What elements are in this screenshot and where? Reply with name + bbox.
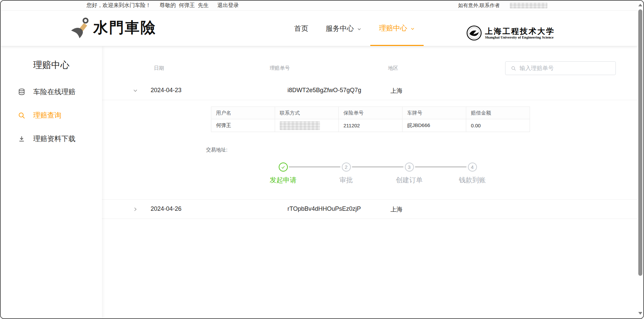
logout-link[interactable]: 退出登录 bbox=[217, 2, 239, 9]
university-name-en: Shanghai University of Engineering Scien… bbox=[485, 36, 555, 39]
claim-region: 上海 bbox=[390, 205, 402, 213]
step-create-order: 3 创建订单 bbox=[382, 163, 436, 185]
step-label: 发起申请 bbox=[256, 176, 310, 185]
expand-row-button[interactable] bbox=[131, 205, 139, 213]
column-date: 日期 bbox=[154, 65, 164, 71]
claim-date: 2024-04-26 bbox=[151, 205, 181, 212]
chevron-down-icon bbox=[133, 88, 138, 93]
user-honorific: 尊敬的 何弹王 先生 bbox=[160, 2, 209, 9]
sidebar-item-claim-downloads[interactable]: 理赔资料下载 bbox=[1, 131, 102, 146]
redacted-author-contact bbox=[510, 3, 547, 8]
university-logo: 上海工程技术大学 Shanghai University of Engineer… bbox=[466, 25, 555, 41]
sidebar-item-claim-query[interactable]: 理赔查询 bbox=[1, 108, 102, 123]
detail-amount: 0.00 bbox=[466, 119, 530, 132]
sidebar-item-label: 理赔查询 bbox=[33, 111, 61, 120]
sidebar-item-online-claim[interactable]: 车险在线理赔 bbox=[1, 84, 102, 99]
table-row: 何弹王 211202 皖JBD666 0.00 bbox=[211, 119, 530, 132]
claim-detail-panel: 用户名 联系方式 保险单号 车牌号 赔偿金额 何弹王 211202 皖JBD66… bbox=[102, 100, 637, 200]
detail-col-policy-no: 保险单号 bbox=[339, 107, 402, 119]
detail-col-plate-no: 车牌号 bbox=[402, 107, 466, 119]
university-emblem-icon bbox=[466, 25, 482, 41]
main-nav: 首页 服务中心 理赔中心 bbox=[285, 11, 424, 46]
topbar: 您好，欢迎来到水门车险！ 尊敬的 何弹王 先生 退出登录 如有意外,联系作者 bbox=[1, 1, 637, 11]
chevron-down-icon bbox=[410, 26, 415, 31]
scroll-up-arrow[interactable] bbox=[638, 4, 642, 6]
detail-plate-no: 皖JBD666 bbox=[402, 119, 466, 132]
contact-author-text: 如有意外,联系作者 bbox=[458, 2, 500, 9]
step-approval: 2 审批 bbox=[319, 163, 373, 185]
detail-col-username: 用户名 bbox=[211, 107, 275, 119]
column-region: 地区 bbox=[388, 65, 398, 71]
user-prefix: 尊敬的 bbox=[160, 2, 176, 9]
collapse-row-button[interactable] bbox=[131, 87, 139, 94]
claim-row[interactable]: 2024-04-23 i8DWT2e5BgZfwO-57gQ7g 上海 bbox=[102, 81, 637, 100]
step-apply: 发起申请 bbox=[256, 163, 310, 185]
claim-row[interactable]: 2024-04-26 rTOpbBv4dHHOuPsEz0zjP 上海 bbox=[102, 200, 637, 219]
claim-date: 2024-04-23 bbox=[151, 87, 181, 94]
step-circle: 4 bbox=[468, 163, 477, 172]
detail-col-amount: 赔偿金额 bbox=[466, 107, 530, 119]
nav-home-label: 首页 bbox=[294, 24, 308, 33]
detail-contact bbox=[275, 119, 339, 132]
user-name: 何弹王 bbox=[179, 2, 195, 9]
claim-number: i8DWT2e5BgZfwO-57gQ7g bbox=[287, 87, 361, 94]
database-icon bbox=[18, 88, 25, 96]
transaction-address-label: 交易地址: bbox=[206, 147, 227, 153]
brand-name: 水門車險 bbox=[93, 18, 156, 38]
chevron-down-icon bbox=[357, 27, 362, 31]
sidebar: 理赔中心 车险在线理赔 理赔查询 理赔资料下载 bbox=[1, 46, 102, 318]
redacted-contact bbox=[280, 121, 320, 130]
column-claim-no: 理赔单号 bbox=[270, 65, 290, 71]
claim-number: rTOpbBv4dHHOuPsEz0zjP bbox=[287, 205, 361, 212]
claims-list-panel: 日期 理赔单号 地区 2024-04-23 i8DWT2e5BgZfwO-57g… bbox=[102, 46, 637, 318]
step-label: 创建订单 bbox=[382, 176, 436, 185]
search-icon bbox=[511, 66, 516, 71]
user-suffix: 先生 bbox=[198, 2, 209, 9]
detail-policy-no: 211202 bbox=[339, 119, 402, 132]
detail-col-contact: 联系方式 bbox=[275, 107, 339, 119]
browser-viewport: 您好，欢迎来到水门车险！ 尊敬的 何弹王 先生 退出登录 如有意外,联系作者 水… bbox=[0, 0, 644, 319]
step-payment-received: 4 钱款到账 bbox=[445, 163, 499, 185]
kunai-logo-icon bbox=[70, 16, 92, 39]
download-icon bbox=[18, 135, 25, 143]
sidebar-item-label: 理赔资料下载 bbox=[33, 134, 75, 143]
scrollbar-thumb[interactable] bbox=[638, 9, 642, 276]
topbar-left: 您好，欢迎来到水门车险！ 尊敬的 何弹王 先生 退出登录 bbox=[87, 2, 239, 9]
detail-username: 何弹王 bbox=[211, 119, 275, 132]
sidebar-item-label: 车险在线理赔 bbox=[33, 87, 75, 97]
nav-item-service-center[interactable]: 服务中心 bbox=[317, 11, 370, 46]
nav-claims-label: 理赔中心 bbox=[379, 23, 407, 33]
brand-logo[interactable]: 水門車險 bbox=[70, 16, 156, 39]
nav-service-label: 服务中心 bbox=[326, 24, 354, 33]
step-circle: 2 bbox=[342, 163, 351, 172]
claim-detail-table: 用户名 联系方式 保险单号 车牌号 赔偿金额 何弹王 211202 皖JBD66… bbox=[211, 107, 530, 132]
site-header: 水門車險 首页 服务中心 理赔中心 上海工程技术大学 Sha bbox=[1, 11, 637, 46]
university-name-cn: 上海工程技术大学 bbox=[485, 27, 555, 35]
search-icon bbox=[18, 112, 25, 119]
step-circle-done bbox=[279, 163, 288, 172]
claim-region: 上海 bbox=[390, 87, 402, 95]
step-circle: 3 bbox=[405, 163, 414, 172]
search-input[interactable] bbox=[520, 65, 610, 72]
step-label: 审批 bbox=[319, 176, 373, 185]
welcome-text: 您好，欢迎来到水门车险！ bbox=[87, 2, 151, 9]
vertical-scrollbar bbox=[637, 1, 643, 318]
check-icon bbox=[281, 165, 285, 170]
step-label: 钱款到账 bbox=[445, 176, 499, 185]
sidebar-title: 理赔中心 bbox=[33, 59, 69, 71]
claim-search-box bbox=[505, 61, 616, 75]
chevron-right-icon bbox=[133, 207, 138, 212]
nav-item-home[interactable]: 首页 bbox=[285, 11, 317, 46]
scroll-down-arrow[interactable] bbox=[638, 312, 642, 315]
topbar-right: 如有意外,联系作者 bbox=[458, 2, 547, 9]
nav-item-claims-center[interactable]: 理赔中心 bbox=[370, 11, 424, 46]
